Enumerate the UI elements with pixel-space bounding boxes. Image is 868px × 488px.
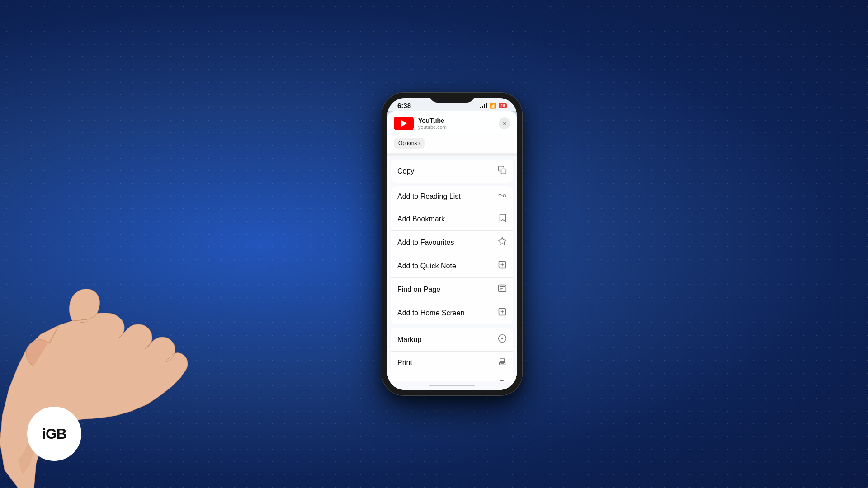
menu-label-quick-note: Add to Quick Note [397, 262, 456, 270]
menu-item-quick-note[interactable]: Add to Quick Note [391, 254, 513, 278]
status-time: 6:38 [397, 102, 411, 109]
svg-point-21 [504, 361, 505, 362]
signal-bars [480, 103, 487, 108]
home-bar [429, 385, 475, 386]
menu-item-print[interactable]: Print [391, 352, 513, 374]
pcloud-icon: p [497, 380, 507, 381]
svg-marker-6 [499, 238, 506, 245]
phone-wrapper: 6:38 📶 26 [382, 93, 522, 395]
print-icon [498, 357, 507, 368]
menu-item-markup[interactable]: Markup [391, 328, 513, 352]
menu-label-favourites: Add to Favourites [397, 239, 454, 247]
home-screen-icon [498, 307, 507, 319]
menu-label-home-screen: Add to Home Screen [397, 309, 465, 317]
menu-item-copy[interactable]: Copy [391, 160, 513, 183]
menu-item-pcloud[interactable]: Save to pCloud p [391, 374, 513, 381]
wifi-icon: 📶 [490, 103, 496, 109]
svg-point-22 [498, 380, 505, 381]
menu-label-bookmark: Add Bookmark [397, 215, 445, 223]
menu-label-markup: Markup [397, 336, 421, 344]
menu-label-reading-list: Add to Reading List [397, 192, 461, 201]
quick-note-icon [498, 260, 507, 272]
menu-item-reading-list[interactable]: Add to Reading List [391, 186, 513, 207]
signal-bar-2 [482, 106, 483, 108]
app-title: YouTube [418, 117, 499, 124]
menu-item-find-on-page[interactable]: Find on Page [391, 278, 513, 301]
phone-frame: 6:38 📶 26 [382, 93, 522, 395]
notch [429, 93, 475, 103]
signal-bar-1 [480, 107, 481, 108]
options-row: Options › [387, 134, 517, 156]
menu-section-2: Add to Reading List [391, 186, 513, 324]
favourites-icon [498, 237, 507, 248]
svg-point-4 [503, 194, 506, 197]
signal-bar-3 [484, 104, 485, 108]
bookmark-icon [499, 213, 507, 225]
menu-section-1: Copy [391, 160, 513, 183]
menu-item-bookmark[interactable]: Add Bookmark [391, 207, 513, 231]
app-info: YouTube youtube.com [418, 117, 499, 130]
youtube-play-icon [401, 120, 407, 127]
signal-bar-4 [486, 103, 487, 108]
app-icon [394, 117, 414, 130]
status-icons: 📶 26 [480, 103, 507, 109]
app-url: youtube.com [418, 124, 499, 130]
reading-list-icon [498, 192, 507, 201]
markup-icon [498, 334, 507, 345]
app-header: YouTube youtube.com × [387, 111, 517, 134]
menu-list[interactable]: Copy [387, 156, 517, 381]
webpage-bg: YouTube youtube.com × Options › [387, 111, 517, 390]
svg-point-3 [499, 194, 501, 197]
igb-logo: iGB [27, 407, 81, 461]
copy-icon [498, 165, 507, 177]
home-indicator [387, 381, 517, 390]
options-button[interactable]: Options › [394, 138, 425, 149]
menu-section-3: Markup Print [391, 328, 513, 381]
battery-badge: 26 [499, 103, 507, 108]
menu-item-favourites[interactable]: Add to Favourites [391, 231, 513, 254]
phone-screen: 6:38 📶 26 [387, 98, 517, 390]
menu-label-copy: Copy [397, 167, 414, 175]
close-button[interactable]: × [499, 117, 510, 129]
svg-rect-2 [501, 169, 506, 174]
menu-item-home-screen[interactable]: Add to Home Screen [391, 301, 513, 324]
menu-label-find-on-page: Find on Page [397, 286, 440, 294]
menu-label-print: Print [397, 359, 412, 367]
find-on-page-icon [498, 284, 507, 295]
share-sheet: YouTube youtube.com × Options › [387, 111, 517, 390]
